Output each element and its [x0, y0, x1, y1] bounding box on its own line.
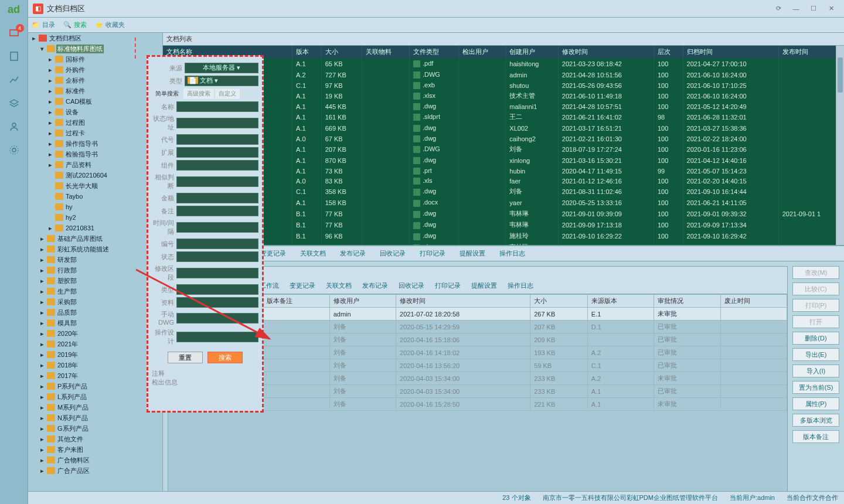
tree-node[interactable]: ▸M系列产品 [28, 402, 162, 413]
col-header[interactable]: 创建用户 [506, 46, 558, 58]
grid-row[interactable]: M3x15.sldprtA.1161 KB.sldprt王二2021-06-21… [163, 111, 844, 122]
field-input[interactable] [176, 222, 258, 233]
tree-node[interactable]: ▸标准件 [28, 86, 162, 96]
sub-tab[interactable]: 回收记录 [394, 280, 429, 292]
detail-tab[interactable]: 发布记录 [333, 246, 372, 261]
ptab-simple[interactable]: 简单搜索 [152, 88, 182, 99]
tree-node[interactable]: ▸采购部 [28, 297, 162, 307]
tree-node[interactable]: ▸操作指导书 [28, 138, 162, 149]
documents-icon[interactable] [8, 50, 21, 63]
detail-tab[interactable]: 提醒设置 [453, 246, 492, 261]
grid-row[interactable]: 2M罐形浮筒 Model (1).pdfA.165 KB.pdfhaishito… [163, 58, 844, 69]
grid-row[interactable]: A.083 KB.xlsfaer2021-01-12 12:46:1610020… [163, 176, 844, 186]
tree-node[interactable]: ▸2021年 [28, 339, 162, 349]
tab-search[interactable]: 🔍 搜索 [63, 21, 87, 29]
action-button[interactable]: 查改(M) [792, 266, 839, 279]
col-header[interactable]: 归档时间 [683, 46, 778, 58]
field-input[interactable] [176, 101, 258, 112]
field-input[interactable] [176, 332, 258, 342]
col-header[interactable]: 关联物料 [362, 46, 410, 58]
tree-node[interactable]: ▸生产部 [28, 286, 162, 297]
sub-tab[interactable]: 发布记录 [358, 280, 393, 292]
tree-node[interactable]: ▸设备 [28, 107, 162, 117]
tree-node[interactable]: ▸N系列产品 [28, 413, 162, 423]
search-button[interactable]: 搜索 [207, 352, 243, 363]
tree-node[interactable]: ▾标准物料库图纸 [28, 43, 162, 54]
tree-node[interactable]: ▸20210831 [28, 223, 162, 233]
grid-row[interactable]: 图纸783.dwgB.175 KB.dwg韦林琳2021-09-10 16:44… [163, 241, 844, 245]
tree-node[interactable]: Taybo [28, 191, 162, 202]
action-button[interactable]: 导出(E) [792, 348, 839, 361]
sub-tab[interactable]: 打印记录 [430, 280, 465, 292]
col-header[interactable]: 层次 [654, 46, 683, 58]
tree-node[interactable]: ▸客户来图 [28, 444, 162, 455]
tree-node[interactable]: ▸过程图 [28, 117, 162, 128]
document-grid[interactable]: 文档名称版本大小关联物料文件类型检出用户创建用户修改时间层次归档时间发布时间2M… [163, 46, 844, 245]
grid-scrollbar[interactable] [836, 46, 844, 245]
action-button[interactable]: 打印(P) [792, 299, 839, 312]
tree-node[interactable]: ▸2017年 [28, 370, 162, 381]
grid-row[interactable]: 图纸770.dwgB.177 KB.dwg韦林琳2021-09-01 09:39… [163, 208, 844, 219]
tree-node[interactable]: ▸品质部 [28, 307, 162, 318]
tree-node[interactable]: ▸产品资料 [28, 159, 162, 170]
field-input[interactable] [176, 313, 258, 323]
field-input[interactable] [176, 284, 258, 295]
tree-node[interactable]: hy2 [28, 212, 162, 223]
tree-node[interactable]: ▸行政部 [28, 265, 162, 275]
sub-col-header[interactable]: 修改时间 [396, 295, 530, 308]
tree-node[interactable]: ▸检验指导书 [28, 149, 162, 159]
col-header[interactable]: 版本 [292, 46, 322, 58]
tree-node[interactable]: hy [28, 202, 162, 212]
col-header[interactable]: 发布时间 [778, 46, 843, 58]
detail-tab[interactable]: 关联文档 [294, 246, 332, 261]
sub-col-header[interactable]: 大小 [530, 295, 588, 308]
tree-node[interactable]: ▸外购件 [28, 64, 162, 75]
grid-row[interactable]: A.1445 KB.dwgmalianni12021-04-28 10:57:5… [163, 101, 844, 111]
sub-tab[interactable]: 关联文档 [321, 280, 356, 292]
tree-node[interactable]: ▸广合物料区 [28, 455, 162, 465]
tree-node[interactable]: ▸2020年 [28, 328, 162, 339]
tree-node[interactable]: ▸广合产品区 [28, 465, 162, 476]
sub-tab[interactable]: 变更记录 [285, 280, 320, 292]
sub-col-header[interactable]: 废止时间 [720, 295, 787, 308]
tab-favorites[interactable]: ⭐ 收藏夹 [95, 21, 125, 29]
stats-icon[interactable] [8, 73, 21, 86]
action-button[interactable]: 删除(D) [792, 332, 839, 345]
type-select[interactable]: 📄 文档 ▾ [185, 76, 258, 86]
grid-row[interactable]: 图.DWGA.2727 KB.DWGadmin2021-04-28 10:51:… [163, 69, 844, 80]
tree-node[interactable]: 测试20210604 [28, 170, 162, 181]
minimize-icon[interactable]: — [788, 2, 804, 15]
users-icon[interactable] [8, 120, 21, 133]
grid-row[interactable]: 定子组件.dwgA.1669 KB.dwgXL0022021-03-17 16:… [163, 122, 844, 134]
grid-row[interactable]: 心滚刀.DWGA.1207 KB.DWG刘备2018-07-19 17:27:2… [163, 144, 844, 155]
grid-row[interactable]: 库.dwgC.1358 KB.dwg刘备2021-08-31 11:02:461… [163, 186, 844, 197]
grid-row[interactable]: 2.prtA.173 KB.prthubin2020-04-17 11:49:1… [163, 166, 844, 176]
tree-node[interactable]: ▸塑胶部 [28, 275, 162, 286]
tree-node[interactable]: ▸L系列产品 [28, 391, 162, 402]
col-header[interactable]: 修改时间 [558, 46, 654, 58]
action-button[interactable]: 比较(C) [792, 282, 839, 295]
field-input[interactable] [176, 134, 258, 145]
grid-row[interactable]: 图纸782.dwgB.196 KB.dwg施桂玲2021-09-10 16:29… [163, 230, 844, 241]
tree-node[interactable]: ▸企标件 [28, 75, 162, 86]
field-input[interactable] [176, 176, 258, 187]
action-button[interactable]: 版本备注 [792, 430, 839, 443]
tree-node[interactable]: ▸模具部 [28, 318, 162, 328]
sub-col-header[interactable]: 审批情况 [654, 295, 720, 308]
action-button[interactable]: 多版本浏览 [792, 414, 839, 427]
tree-node[interactable]: ▸CAD模板 [28, 96, 162, 107]
folder-tree[interactable]: ▸文档归档区▾标准物料库图纸▸国标件▸外购件▸企标件▸标准件▸CAD模板▸设备▸… [28, 33, 163, 504]
ptab-advanced[interactable]: 高级搜索 [183, 88, 214, 99]
detail-tab[interactable]: 打印记录 [413, 246, 452, 261]
tree-node[interactable]: ▸2019年 [28, 349, 162, 360]
grid-row[interactable]: 设计划表_000001...A.119 KB.xlsx技术主管2021-06-1… [163, 90, 844, 101]
maximize-icon[interactable]: ☐ [805, 2, 822, 15]
col-header[interactable]: 文件类型 [409, 46, 458, 58]
action-button[interactable]: 属性(P) [792, 397, 839, 410]
tree-node[interactable]: ▸过程卡 [28, 128, 162, 138]
action-button[interactable]: 置为当前(S) [792, 381, 839, 394]
col-header[interactable]: 检出用户 [458, 46, 506, 58]
sub-col-header[interactable]: 版本备注 [263, 295, 329, 308]
tree-node[interactable]: ▸其他文件 [28, 434, 162, 444]
field-input[interactable] [176, 239, 258, 249]
